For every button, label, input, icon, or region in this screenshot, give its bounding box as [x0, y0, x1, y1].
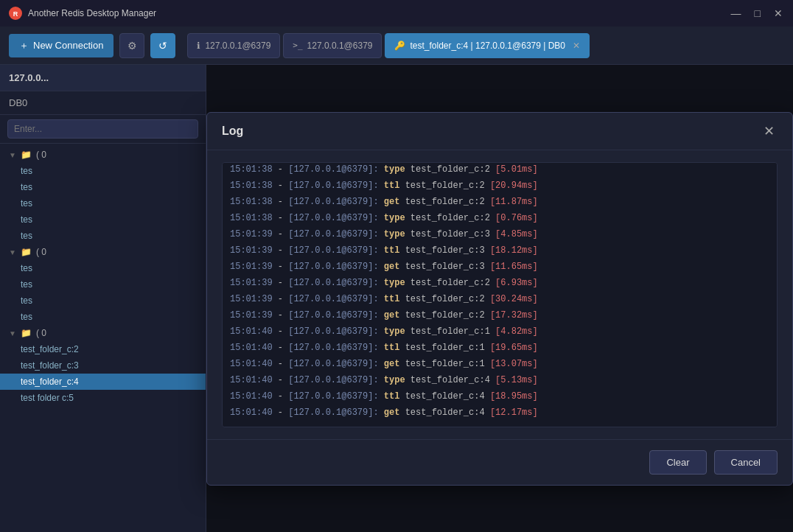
sidebar-filter — [0, 115, 206, 144]
table-row: 15:01:40 - [127.0.0.1@6379]: get test_fo… — [230, 405, 769, 421]
tree-folder-1[interactable]: ▼ 📁 ( 0 — [0, 147, 206, 163]
folder-icon: 📁 — [21, 247, 32, 257]
table-row: 15:01:39 - [127.0.0.1@6379]: get test_fo… — [230, 259, 769, 275]
table-row: 15:01:38 - [127.0.0.1@6379]: get test_fo… — [230, 194, 769, 210]
toolbar-tabs: ℹ 127.0.0.1@6379 >_ 127.0.0.1@6379 🔑 tes… — [187, 33, 590, 58]
db-label: DB0 — [9, 97, 27, 108]
modal-overlay: Log ✕ 15:01:37 - [127.0.0.1@6379]: get t… — [206, 65, 793, 532]
app-icon: R — [9, 7, 22, 20]
chevron-down-icon: ▼ — [9, 248, 16, 256]
app-body: 127.0.0... DB0 ▼ 📁 ( 0 tes tes tes tes t… — [0, 65, 793, 532]
list-item[interactable]: tes — [0, 309, 206, 325]
svg-text:R: R — [13, 10, 18, 18]
key-tab-label: test_folder_c:4 | 127.0.0.1@6379 | DB0 — [410, 41, 565, 51]
sidebar-item-test-folder-c4[interactable]: test_folder_c:4 — [0, 374, 206, 390]
server-tab-label: 127.0.0.1@6379 — [205, 41, 270, 51]
key-icon: 🔑 — [394, 41, 405, 51]
folder-icon: 📁 — [21, 328, 32, 338]
list-item[interactable]: tes — [0, 163, 206, 179]
folder-label: ( 0 — [36, 247, 46, 257]
app-title: Another Redis Desktop Manager — [28, 8, 156, 18]
table-row: 15:01:38 - [127.0.0.1@6379]: type test_f… — [230, 210, 769, 226]
new-connection-button[interactable]: ＋ New Connection — [9, 34, 113, 57]
terminal-tab-label: 127.0.0.1@6379 — [307, 41, 373, 51]
info-icon: ℹ — [197, 41, 200, 51]
table-row: 15:01:38 - [127.0.0.1@6379]: type test_f… — [230, 162, 769, 178]
table-row: 15:01:38 - [127.0.0.1@6379]: ttl test_fo… — [230, 178, 769, 194]
table-row: 15:01:40 - [127.0.0.1@6379]: ttl test_fo… — [230, 340, 769, 356]
table-row: 15:01:40 - [127.0.0.1@6379]: type test_f… — [230, 323, 769, 340]
maximize-button[interactable]: □ — [753, 7, 762, 19]
table-row: 15:01:39 - [127.0.0.1@6379]: get test_fo… — [230, 307, 769, 323]
table-row: 15:01:39 - [127.0.0.1@6379]: ttl test_fo… — [230, 242, 769, 259]
terminal-icon: >_ — [293, 41, 302, 50]
tree-folder-2[interactable]: ▼ 📁 ( 0 — [0, 244, 206, 260]
modal-body: 15:01:37 - [127.0.0.1@6379]: get test_fo… — [207, 150, 792, 439]
sidebar-tree: ▼ 📁 ( 0 tes tes tes tes tes ▼ 📁 ( 0 tes … — [0, 144, 206, 532]
sidebar-item-test-folder-c5[interactable]: test folder c:5 — [0, 390, 206, 406]
list-item[interactable]: tes — [0, 179, 206, 195]
titlebar-left: R Another Redis Desktop Manager — [9, 7, 156, 20]
list-item[interactable]: tes — [0, 260, 206, 276]
new-connection-label: New Connection — [33, 40, 103, 51]
key-tab[interactable]: 🔑 test_folder_c:4 | 127.0.0.1@6379 | DB0… — [385, 33, 590, 58]
titlebar: R Another Redis Desktop Manager — □ ✕ — [0, 0, 793, 27]
list-item[interactable]: tes — [0, 211, 206, 228]
modal-header: Log ✕ — [207, 113, 792, 150]
toolbar: ＋ New Connection ⚙ ↺ ℹ 127.0.0.1@6379 >_… — [0, 27, 793, 65]
cancel-button[interactable]: Cancel — [714, 450, 778, 475]
server-tab[interactable]: ℹ 127.0.0.1@6379 — [187, 33, 280, 58]
list-item[interactable]: tes — [0, 228, 206, 244]
list-item[interactable]: tes — [0, 276, 206, 293]
clear-button[interactable]: Clear — [649, 450, 706, 475]
plus-icon: ＋ — [19, 39, 29, 52]
modal-footer: Clear Cancel — [207, 439, 792, 485]
modal-title: Log — [222, 125, 243, 138]
key-tab-close[interactable]: ✕ — [573, 41, 580, 51]
terminal-tab[interactable]: >_ 127.0.0.1@6379 — [283, 33, 382, 58]
folder-label: ( 0 — [36, 328, 46, 338]
refresh-icon: ↺ — [158, 40, 167, 52]
table-row: 15:01:39 - [127.0.0.1@6379]: type test_f… — [230, 226, 769, 242]
settings-button[interactable]: ⚙ — [119, 33, 144, 58]
gear-icon: ⚙ — [127, 40, 137, 52]
server-label: 127.0.0... — [9, 72, 49, 83]
log-modal: Log ✕ 15:01:37 - [127.0.0.1@6379]: get t… — [206, 112, 793, 486]
minimize-button[interactable]: — — [730, 7, 743, 19]
list-item[interactable]: tes — [0, 293, 206, 309]
sidebar-item-test-folder-c2[interactable]: test_folder_c:2 — [0, 341, 206, 357]
list-item[interactable]: tes — [0, 195, 206, 211]
table-row: 15:01:39 - [127.0.0.1@6379]: type test_f… — [230, 275, 769, 291]
sidebar-db[interactable]: DB0 — [0, 91, 206, 115]
close-button[interactable]: ✕ — [772, 7, 784, 19]
chevron-down-icon: ▼ — [9, 329, 16, 337]
folder-icon: 📁 — [21, 150, 32, 160]
table-row: 15:01:40 - [127.0.0.1@6379]: get test_fo… — [230, 356, 769, 372]
table-row: 15:01:40 - [127.0.0.1@6379]: ttl test_fo… — [230, 388, 769, 405]
chevron-down-icon: ▼ — [9, 151, 16, 159]
table-row: 15:01:40 - [127.0.0.1@6379]: type test_f… — [230, 372, 769, 388]
titlebar-controls: — □ ✕ — [730, 7, 784, 19]
tree-folder-3[interactable]: ▼ 📁 ( 0 — [0, 325, 206, 341]
filter-input[interactable] — [7, 119, 198, 139]
sidebar: 127.0.0... DB0 ▼ 📁 ( 0 tes tes tes tes t… — [0, 65, 206, 532]
table-row: 15:01:39 - [127.0.0.1@6379]: ttl test_fo… — [230, 291, 769, 307]
sidebar-server: 127.0.0... — [0, 65, 206, 91]
log-container[interactable]: 15:01:37 - [127.0.0.1@6379]: get test_fo… — [222, 162, 778, 427]
sidebar-item-test-folder-c3[interactable]: test_folder_c:3 — [0, 357, 206, 374]
refresh-button[interactable]: ↺ — [150, 33, 175, 58]
modal-close-button[interactable]: ✕ — [761, 123, 778, 139]
folder-label: ( 0 — [36, 150, 46, 160]
main-content: Log ✕ 15:01:37 - [127.0.0.1@6379]: get t… — [206, 65, 793, 532]
